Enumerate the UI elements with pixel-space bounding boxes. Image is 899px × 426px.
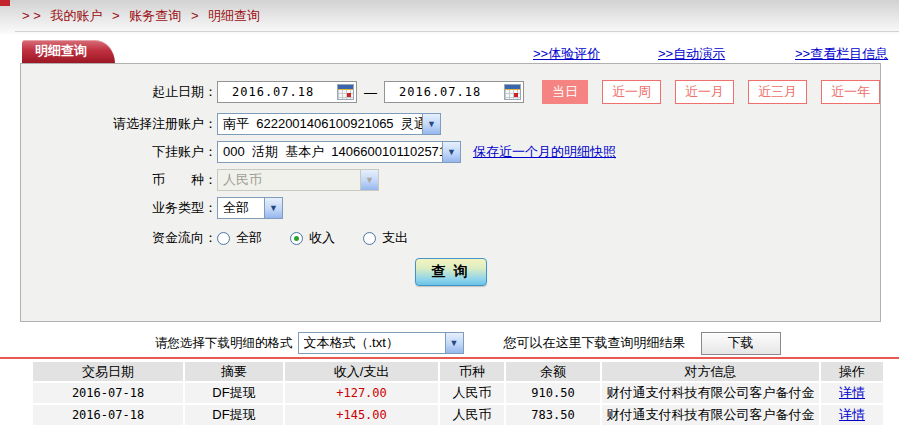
download-row: 请您选择下载明细的格式 文本格式（.txt） ▼ 您可以在这里下载查询明细结果 … [0, 331, 899, 355]
currency-select: 人民币 ▼ [217, 169, 379, 191]
chevron-down-icon: ▼ [422, 114, 440, 134]
currency-label: 币 种： [21, 171, 217, 189]
column-header-counterparty: 对方信息 [602, 362, 819, 381]
link-view-column-info[interactable]: >>查看栏目信息 [795, 45, 888, 63]
cell-currency: 人民币 [440, 405, 504, 425]
sub-account-row: 下挂账户： 000 活期 基本户 1406600101102571848 ▼ 保… [21, 140, 880, 164]
calendar-icon[interactable] [337, 84, 354, 100]
table-header-row: 交易日期 摘要 收入/支出 币种 余额 对方信息 操作 [33, 362, 883, 381]
cell-counterparty: 财付通支付科技有限公司客户备付金 [602, 405, 819, 425]
breadcrumb-item-account-query[interactable]: 账务查询 [129, 8, 181, 23]
sub-account-select[interactable]: 000 活期 基本户 1406600101102571848 ▼ [217, 141, 461, 163]
column-header-currency: 币种 [440, 362, 504, 381]
transactions-table: 交易日期 摘要 收入/支出 币种 余额 对方信息 操作 2016-07-18 D… [33, 362, 883, 425]
quick-button-today[interactable]: 当日 [542, 80, 588, 104]
download-format-label: 请您选择下载明细的格式 [155, 335, 293, 352]
register-account-select[interactable]: 南平 6222001406100921065 灵通卡 ▼ [217, 113, 441, 135]
date-range-row: 起止日期： 2016.07.18 — 2016.07.18 当日 近一周 近一月… [21, 80, 880, 104]
date-range-dash: — [364, 85, 377, 100]
quick-range-group: 当日 近一周 近一月 近三月 近一年 [542, 80, 880, 104]
column-header-balance: 余额 [506, 362, 600, 381]
cell-counterparty: 财付通支付科技有限公司客户备付金 [602, 383, 819, 403]
chevron-down-icon: ▼ [445, 333, 463, 353]
business-type-label: 业务类型： [21, 199, 217, 217]
column-header-action: 操作 [821, 362, 883, 381]
link-auto-demo[interactable]: >>自动演示 [658, 45, 725, 63]
quick-button-last-week[interactable]: 近一周 [602, 80, 661, 104]
cell-amount: +145.00 [285, 405, 438, 425]
calendar-icon[interactable] [504, 84, 521, 100]
top-separator-line [15, 31, 899, 32]
column-header-summary: 摘要 [185, 362, 283, 381]
download-format-value: 文本格式（.txt） [304, 334, 399, 352]
detail-link[interactable]: 详情 [839, 406, 865, 424]
cell-summary: DF提现 [185, 383, 283, 403]
register-account-row: 请选择注册账户： 南平 6222001406100921065 灵通卡 ▼ [21, 112, 880, 136]
business-type-value: 全部 [223, 199, 249, 217]
breadcrumb-separator: > [112, 8, 120, 23]
quick-button-last-3-months[interactable]: 近三月 [748, 80, 807, 104]
tab-detail-query[interactable]: 明细查询 [22, 40, 115, 63]
breadcrumb: > > 我的账户 > 账务查询 > 明细查询 [22, 7, 260, 25]
flow-option-all[interactable]: 全部 [217, 229, 262, 247]
column-header-date: 交易日期 [33, 362, 183, 381]
sub-account-value: 000 活期 基本户 1406600101102571848 [223, 143, 442, 161]
start-date-input[interactable]: 2016.07.18 [217, 81, 357, 103]
fund-flow-row: 资金流向： 全部 收入 支出 [21, 226, 880, 250]
register-account-label: 请选择注册账户： [21, 115, 217, 133]
register-account-value: 南平 6222001406100921065 灵通卡 [223, 115, 422, 133]
breadcrumb-separator: > [191, 8, 199, 23]
detail-link[interactable]: 详情 [839, 384, 865, 402]
quick-button-last-month[interactable]: 近一月 [675, 80, 734, 104]
cell-balance: 783.50 [506, 405, 600, 425]
breadcrumb-item-detail-query[interactable]: 明细查询 [208, 8, 260, 23]
end-date-value: 2016.07.18 [399, 85, 481, 99]
cell-date: 2016-07-18 [33, 383, 183, 403]
end-date-input[interactable]: 2016.07.18 [384, 81, 524, 103]
flow-option-expense-label: 支出 [382, 229, 408, 247]
download-button[interactable]: 下载 [701, 332, 781, 355]
chevron-down-icon: ▼ [360, 170, 378, 190]
cell-date: 2016-07-18 [33, 405, 183, 425]
cell-balance: 910.50 [506, 383, 600, 403]
chevron-down-icon: ▼ [442, 142, 460, 162]
query-button[interactable]: 查 询 [415, 258, 487, 286]
cell-summary: DF提现 [185, 405, 283, 425]
fund-flow-label: 资金流向： [21, 229, 217, 247]
quick-button-last-year[interactable]: 近一年 [821, 80, 880, 104]
flow-option-all-label: 全部 [236, 229, 262, 247]
currency-value: 人民币 [223, 171, 262, 189]
currency-row: 币 种： 人民币 ▼ [21, 168, 880, 192]
radio-icon[interactable] [290, 232, 303, 245]
breadcrumb-prefix: > > [22, 8, 41, 23]
breadcrumb-item-my-account[interactable]: 我的账户 [50, 8, 102, 23]
cell-currency: 人民币 [440, 383, 504, 403]
flow-option-expense[interactable]: 支出 [363, 229, 408, 247]
table-top-divider [0, 357, 899, 359]
flow-option-income[interactable]: 收入 [290, 229, 335, 247]
corner-red-chip [0, 0, 10, 6]
radio-icon[interactable] [363, 232, 376, 245]
start-date-value: 2016.07.18 [232, 85, 314, 99]
download-hint-text: 您可以在这里下载查询明细结果 [504, 334, 686, 352]
date-range-label: 起止日期： [21, 83, 217, 101]
flow-option-income-label: 收入 [309, 229, 335, 247]
chevron-down-icon: ▼ [264, 198, 282, 218]
column-header-amount: 收入/支出 [285, 362, 438, 381]
query-form-panel: 起止日期： 2016.07.18 — 2016.07.18 当日 近一周 近一月… [20, 63, 881, 322]
business-type-row: 业务类型： 全部 ▼ [21, 196, 880, 220]
link-experience-rating[interactable]: >>体验评价 [533, 45, 600, 63]
business-type-select[interactable]: 全部 ▼ [217, 197, 283, 219]
table-row: 2016-07-18 DF提现 +127.00 人民币 910.50 财付通支付… [33, 383, 883, 403]
download-format-select[interactable]: 文本格式（.txt） ▼ [298, 332, 464, 354]
sub-account-label: 下挂账户： [21, 143, 217, 161]
table-row: 2016-07-18 DF提现 +145.00 人民币 783.50 财付通支付… [33, 405, 883, 425]
radio-icon[interactable] [217, 232, 230, 245]
save-snapshot-link[interactable]: 保存近一个月的明细快照 [473, 143, 616, 161]
cell-amount: +127.00 [285, 383, 438, 403]
